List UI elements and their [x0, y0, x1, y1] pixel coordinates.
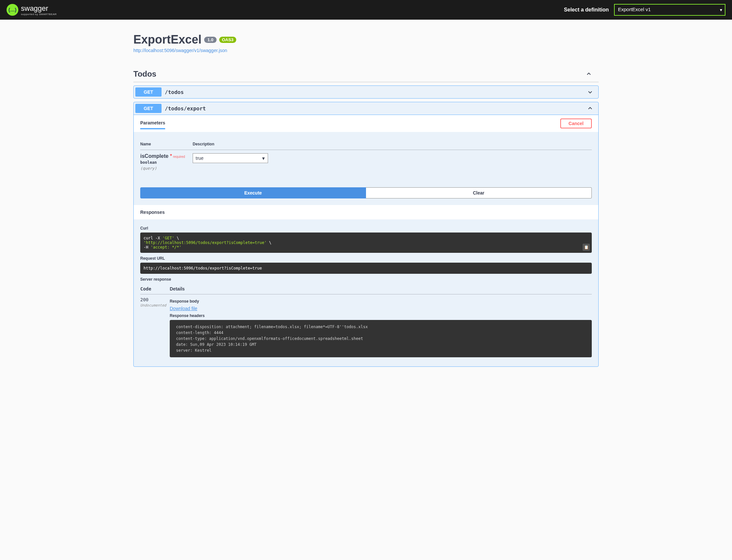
spec-url-link[interactable]: http://localhost:5096/swagger/v1/swagger… [133, 48, 599, 53]
response-row: 200 Undocumented Response body Download … [140, 294, 592, 360]
parameters-tab[interactable]: Parameters [140, 118, 165, 129]
topbar: {…} swagger supported by SMARTBEAR Selec… [0, 0, 732, 20]
parameters-table: Name Description isComplete *required bo… [140, 139, 592, 174]
responses-header: Responses [134, 205, 598, 219]
definition-label: Select a definition [564, 7, 609, 13]
operation-get-todos: GET /todos [133, 85, 599, 99]
chevron-up-icon [586, 71, 592, 77]
execute-button[interactable]: Execute [140, 187, 366, 198]
curl-label: Curl [140, 226, 592, 231]
chevron-up-icon [587, 105, 593, 112]
request-url-block: http://localhost:5096/todos/export?isCom… [140, 263, 592, 274]
version-badge: 1.0 [204, 37, 216, 43]
download-file-link[interactable]: Download file [170, 306, 197, 311]
operation-summary[interactable]: GET /todos/export [134, 102, 598, 115]
required-label: required [173, 155, 185, 159]
tag-name: Todos [133, 69, 586, 79]
api-title: ExportExcel 1.0 OAS3 [133, 33, 236, 47]
param-in: (query) [140, 166, 157, 171]
copy-icon[interactable]: 📋 [583, 244, 590, 251]
col-name: Name [140, 139, 193, 150]
logo-subtext: supported by SMARTBEAR [21, 13, 57, 16]
swagger-icon: {…} [7, 4, 18, 16]
request-url-label: Request URL [140, 256, 592, 261]
col-code: Code [140, 284, 170, 294]
clear-button[interactable]: Clear [366, 187, 592, 198]
cancel-button[interactable]: Cancel [560, 119, 592, 128]
logo-text: swagger [21, 4, 57, 13]
info-section: ExportExcel 1.0 OAS3 http://localhost:50… [133, 33, 599, 53]
operation-path: /todos [165, 89, 587, 95]
parameters-bar: Parameters Cancel [134, 115, 598, 132]
api-title-text: ExportExcel [133, 33, 201, 47]
col-description: Description [193, 139, 592, 150]
tag-header[interactable]: Todos [133, 66, 599, 82]
method-badge-get: GET [135, 87, 161, 97]
response-body-label: Response body [170, 299, 592, 304]
response-table: Code Details 200 Undocumented [140, 284, 592, 360]
curl-block: curl -X 'GET' \ 'http://localhost:5096/t… [140, 233, 592, 253]
oas-badge: OAS3 [219, 37, 236, 43]
response-headers-label: Response headers [170, 313, 592, 318]
required-star: * [170, 153, 172, 159]
response-code: 200 [140, 297, 148, 302]
method-badge-get: GET [135, 104, 161, 113]
operation-summary[interactable]: GET /todos [134, 86, 598, 98]
param-row: isComplete *required boolean (query) tru… [140, 150, 592, 175]
col-details: Details [170, 284, 592, 294]
param-value-select[interactable]: true [193, 153, 268, 163]
param-type: boolean [140, 160, 157, 165]
chevron-down-icon [587, 89, 593, 95]
param-name: isComplete [140, 153, 168, 159]
definition-select[interactable]: ExportExcel v1 [614, 4, 725, 16]
operation-get-todos-export: GET /todos/export Parameters Cancel Name [133, 102, 599, 367]
server-response-label: Server response [140, 277, 592, 282]
operation-path: /todos/export [165, 105, 587, 112]
responses-label: Responses [140, 210, 592, 215]
logo: {…} swagger supported by SMARTBEAR [7, 4, 57, 16]
undocumented-label: Undocumented [140, 303, 166, 308]
response-headers-block: content-disposition: attachment; filenam… [170, 320, 592, 357]
